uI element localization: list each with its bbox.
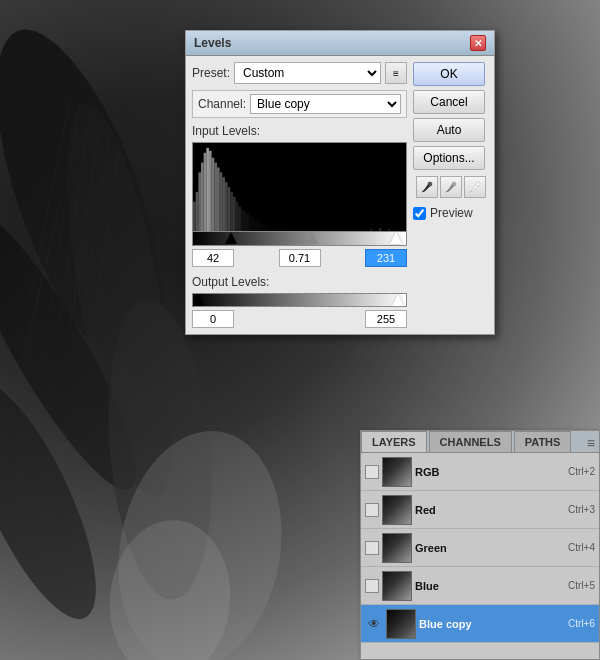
output-values-row <box>192 310 407 328</box>
svg-rect-28 <box>225 182 228 231</box>
svg-rect-36 <box>246 213 249 231</box>
tab-layers[interactable]: LAYERS <box>361 431 427 452</box>
svg-rect-18 <box>198 172 201 231</box>
svg-rect-21 <box>206 148 209 231</box>
svg-rect-34 <box>241 209 244 231</box>
dialog-body: Preset: Custom ≡ Channel: Blue copy Inpu… <box>186 56 494 334</box>
gray-eyedropper-button[interactable] <box>440 176 462 198</box>
svg-rect-31 <box>233 197 236 231</box>
svg-rect-45 <box>270 227 273 231</box>
dialog-title: Levels <box>194 36 231 50</box>
preset-select[interactable]: Custom <box>234 62 381 84</box>
input-black-field[interactable] <box>192 249 234 267</box>
options-button[interactable]: Options... <box>413 146 485 170</box>
svg-rect-42 <box>262 224 265 231</box>
histogram-area <box>192 142 407 232</box>
input-gray-slider[interactable] <box>306 232 318 244</box>
tab-paths[interactable]: PATHS <box>514 431 572 452</box>
layer-shortcut-rgb: Ctrl+2 <box>568 466 595 477</box>
svg-rect-33 <box>238 207 241 231</box>
layer-row-blue[interactable]: Blue Ctrl+5 <box>361 567 599 605</box>
svg-rect-30 <box>230 192 233 231</box>
svg-rect-37 <box>249 215 252 231</box>
channel-row: Channel: Blue copy <box>192 90 407 118</box>
layer-visibility-red[interactable] <box>365 503 379 517</box>
preview-checkbox[interactable] <box>413 207 426 220</box>
output-white-field[interactable] <box>365 310 407 328</box>
layer-shortcut-red: Ctrl+3 <box>568 504 595 515</box>
output-black-field[interactable] <box>192 310 234 328</box>
tab-channels[interactable]: CHANNELS <box>429 431 512 452</box>
channel-select[interactable]: Blue copy <box>250 94 401 114</box>
svg-rect-40 <box>257 221 260 231</box>
layers-list: RGB Ctrl+2 Red Ctrl+3 Green Ctrl+4 <box>361 453 599 653</box>
svg-point-55 <box>452 182 456 186</box>
layer-thumbnail-red <box>382 495 412 525</box>
output-slider-area[interactable] <box>192 293 407 307</box>
svg-rect-52 <box>379 228 381 231</box>
layer-name-green: Green <box>415 542 565 554</box>
svg-rect-49 <box>281 229 284 231</box>
input-white-field[interactable] <box>365 249 407 267</box>
preview-row: Preview <box>413 206 488 220</box>
input-black-slider[interactable] <box>225 232 237 244</box>
svg-rect-41 <box>260 223 263 231</box>
layer-thumbnail-rgb <box>382 457 412 487</box>
svg-point-54 <box>428 182 432 186</box>
input-slider-area[interactable] <box>192 232 407 246</box>
layer-shortcut-blue-copy: Ctrl+6 <box>568 618 595 629</box>
auto-button[interactable]: Auto <box>413 118 485 142</box>
layer-thumbnail-green <box>382 533 412 563</box>
svg-rect-16 <box>193 202 196 231</box>
svg-rect-44 <box>268 226 271 231</box>
layer-row-blue-copy[interactable]: 👁 Blue copy Ctrl+6 <box>361 605 599 643</box>
dialog-titlebar: Levels ✕ <box>186 31 494 56</box>
layer-shortcut-green: Ctrl+4 <box>568 542 595 553</box>
preset-label: Preset: <box>192 66 230 80</box>
ok-button[interactable]: OK <box>413 62 485 86</box>
preset-menu-button[interactable]: ≡ <box>385 62 407 84</box>
input-values-row <box>192 249 407 267</box>
svg-rect-50 <box>284 230 287 231</box>
layer-visibility-rgb[interactable] <box>365 465 379 479</box>
svg-rect-19 <box>201 163 204 231</box>
layer-row-green[interactable]: Green Ctrl+4 <box>361 529 599 567</box>
output-levels-label: Output Levels: <box>192 275 407 289</box>
svg-rect-27 <box>222 177 225 231</box>
svg-rect-51 <box>371 229 373 231</box>
layer-row-rgb[interactable]: RGB Ctrl+2 <box>361 453 599 491</box>
svg-rect-29 <box>228 187 231 231</box>
svg-rect-46 <box>273 228 276 231</box>
black-eyedropper-button[interactable] <box>416 176 438 198</box>
close-button[interactable]: ✕ <box>470 35 486 51</box>
layer-visibility-green[interactable] <box>365 541 379 555</box>
svg-rect-47 <box>276 228 279 231</box>
svg-rect-39 <box>254 219 257 231</box>
eyedropper-row <box>413 176 488 198</box>
layers-panel: LAYERS CHANNELS PATHS ≡ RGB Ctrl+2 Red C… <box>360 430 600 660</box>
preset-row: Preset: Custom ≡ <box>192 62 407 84</box>
output-white-slider[interactable] <box>392 294 404 306</box>
svg-rect-23 <box>212 158 215 231</box>
layer-row-red[interactable]: Red Ctrl+3 <box>361 491 599 529</box>
svg-rect-32 <box>236 202 239 231</box>
layer-visibility-blue[interactable] <box>365 579 379 593</box>
white-eyedropper-button[interactable] <box>464 176 486 198</box>
input-white-slider[interactable] <box>390 232 402 244</box>
layer-eye-blue-copy[interactable]: 👁 <box>365 615 383 633</box>
dialog-right-panel: OK Cancel Auto Options... <box>413 62 488 328</box>
layers-tabs: LAYERS CHANNELS PATHS ≡ <box>361 431 599 453</box>
channel-label: Channel: <box>198 97 246 111</box>
layer-name-blue: Blue <box>415 580 565 592</box>
panel-menu-icon[interactable]: ≡ <box>587 435 595 451</box>
layer-name-red: Red <box>415 504 565 516</box>
svg-rect-43 <box>265 225 268 231</box>
cancel-button[interactable]: Cancel <box>413 90 485 114</box>
output-black-slider[interactable] <box>193 294 205 306</box>
svg-rect-35 <box>244 211 247 231</box>
preview-label: Preview <box>430 206 473 220</box>
svg-rect-48 <box>278 229 281 231</box>
input-levels-label: Input Levels: <box>192 124 407 138</box>
layer-thumbnail-blue-copy <box>386 609 416 639</box>
input-gray-field[interactable] <box>279 249 321 267</box>
